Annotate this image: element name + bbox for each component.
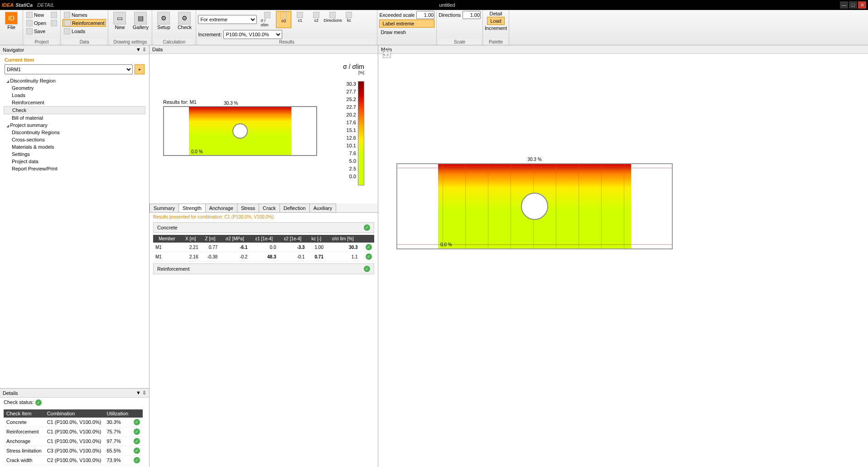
check-button[interactable]: ⚙Check (175, 11, 194, 31)
tree-cross-sections[interactable]: Cross-sections (4, 136, 145, 143)
tab-strength[interactable]: Strength (178, 204, 206, 212)
exceeded-input[interactable] (416, 11, 434, 19)
tree-regions[interactable]: Discontinuity Regions (4, 129, 145, 136)
names-toggle[interactable]: Names (63, 11, 106, 19)
palette-group-label: Palette (485, 39, 507, 45)
open-icon (26, 20, 33, 26)
current-item-label: Current item (0, 54, 149, 63)
data-group-label: Data (63, 39, 106, 45)
tab-crack[interactable]: Crack (259, 204, 280, 212)
gallery-button[interactable]: ▤Gallery (131, 11, 150, 31)
results-for-label: Results for: M1 (163, 99, 197, 105)
tab-anchorage[interactable]: Anchorage (205, 204, 237, 212)
reinforcement-icon (64, 20, 71, 26)
kc-button[interactable]: kc (341, 11, 357, 28)
draw-mesh-toggle[interactable]: Draw mesh (379, 28, 434, 36)
tree-bom[interactable]: Bill of material (4, 114, 145, 122)
beam-plot-main[interactable]: 30.3 % 0.0 % (396, 163, 673, 249)
sigma-lim-button[interactable]: σ / σlim (260, 11, 275, 28)
table-row[interactable]: M12.16-0.38-0.248.3-0.10.711.1✓ (153, 252, 374, 262)
open-button[interactable]: Open (25, 19, 48, 27)
loads-icon (64, 28, 70, 34)
new-button[interactable]: New (25, 11, 48, 19)
table-row[interactable]: Crack widthC2 (P100.0%, V100.0%)73.9%✓ (4, 456, 143, 465)
sigma2-button[interactable]: σ2 (276, 11, 291, 28)
increment-label: Increment: (198, 32, 222, 37)
tree-loads[interactable]: Loads (4, 92, 145, 99)
tree-reinforcement[interactable]: Reinforcement (4, 99, 145, 106)
undo-button[interactable] (49, 11, 58, 19)
sigma2-icon (280, 12, 287, 19)
tree-materials[interactable]: Materials & models (4, 143, 145, 151)
directions-result-button[interactable]: Directions (325, 11, 340, 28)
table-row[interactable]: ReinforcementC1 (P100.0%, V100.0%)75.7%✓ (4, 427, 143, 437)
file-button[interactable]: ID File (2, 11, 21, 31)
tree-region-header[interactable]: Discontinuity Region (4, 77, 145, 84)
concrete-section-header[interactable]: Concrete✓ (153, 222, 374, 233)
tab-stress[interactable]: Stress (237, 204, 259, 212)
beam-bot-label: 0.0 % (191, 149, 203, 154)
new-icon (26, 12, 33, 18)
tab-summary[interactable]: Summary (149, 204, 179, 212)
ok-icon: ✓ (366, 253, 372, 260)
beam-top-label: 30.3 % (223, 101, 239, 106)
add-drm-button[interactable]: + (135, 64, 145, 74)
palette-increment-label: Increment (485, 25, 507, 31)
tree-summary-header[interactable]: Project summary (4, 122, 145, 129)
combination-note: Results presented for combination: C1 (P… (149, 213, 378, 221)
module-name: DETAIL (37, 2, 54, 8)
title-bar: IDEA StatiCa DETAIL untitled — □ ✕ (0, 0, 868, 10)
tree-geometry[interactable]: Geometry (4, 84, 145, 92)
drm-select[interactable]: DRM1 (5, 64, 133, 74)
tree-project-data[interactable]: Project data (4, 158, 145, 165)
fit-view-button[interactable]: ⛶ (383, 50, 391, 58)
tree-check[interactable]: Check (4, 106, 145, 114)
extreme-select[interactable]: For extreme (198, 15, 257, 24)
beam-plot-small: 30.3 % 0.0 % (163, 106, 317, 156)
tree-settings[interactable]: Settings (4, 151, 145, 158)
tab-deflection[interactable]: Deflection (280, 204, 310, 212)
ok-icon: ✓ (134, 428, 140, 435)
brand-logo: IDEA (2, 2, 14, 8)
exceeded-label: Exceeded scale (379, 12, 415, 18)
concrete-results-table: MemberX [m]Z [m]σ2 [MPa]ε1 [1e-4]ε2 [1e-… (153, 235, 374, 262)
reinforcement-section-header[interactable]: Reinforcement✓ (153, 263, 374, 274)
table-row[interactable]: ConcreteC1 (P100.0%, V100.0%)30.3%✓ (4, 418, 143, 427)
gallery-icon: ▤ (134, 12, 147, 24)
table-row[interactable]: M12.210.77-6.10.0-3.31.0030.3✓ (153, 243, 374, 252)
minimize-button[interactable]: — (840, 1, 848, 9)
main-panel-header: Main (378, 45, 868, 54)
window-title: untitled (54, 2, 840, 8)
ok-icon: ✓ (134, 419, 140, 425)
check-status-label: Check status: (4, 399, 34, 405)
new-picture-button[interactable]: ▭New (110, 11, 129, 31)
tab-auxiliary[interactable]: Auxiliary (309, 204, 337, 212)
load-palette-button[interactable]: Load (487, 17, 504, 25)
table-row[interactable]: Stress limitationC3 (P100.0%, V100.0%)65… (4, 446, 143, 456)
increment-select[interactable]: P100.0%, V100.0% (223, 30, 282, 39)
maximize-button[interactable]: □ (849, 1, 857, 9)
brand-logo-2: StatiCa (15, 2, 33, 8)
eps2-button[interactable]: ε2 (309, 11, 324, 28)
eps1-icon (297, 12, 303, 18)
check-icon: ⚙ (178, 12, 191, 24)
eps1-button[interactable]: ε1 (292, 11, 308, 28)
setup-button[interactable]: ⚙Setup (154, 11, 173, 31)
details-header: Details▼ ⇩ (0, 389, 149, 398)
directions-icon (329, 12, 336, 18)
reinforcement-toggle[interactable]: Reinforcement (63, 19, 106, 27)
ok-icon: ✓ (364, 224, 370, 231)
tree-report[interactable]: Report Preview/Print (4, 165, 145, 172)
label-extreme-button[interactable]: Label extreme (379, 19, 434, 28)
setup-icon: ⚙ (157, 12, 170, 24)
table-row[interactable]: AnchorageC1 (P100.0%, V100.0%)97.7%✓ (4, 437, 143, 446)
directions-scale-input[interactable] (463, 11, 481, 19)
drawing-group-label: Drawing settings (110, 39, 150, 45)
data-panel-header: Data (149, 45, 378, 54)
sigma-lim-icon (264, 12, 270, 18)
save-button[interactable]: Save (25, 27, 48, 35)
close-button[interactable]: ✕ (858, 1, 866, 9)
redo-button[interactable] (49, 19, 58, 27)
loads-toggle[interactable]: Loads (63, 27, 106, 35)
ok-icon: ✓ (134, 448, 140, 454)
